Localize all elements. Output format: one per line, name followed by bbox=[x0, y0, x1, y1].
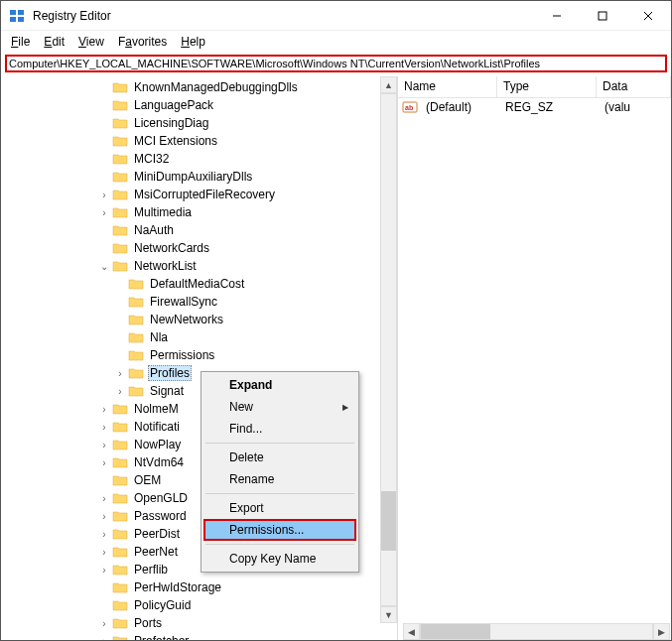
tree-item[interactable]: ›Nla bbox=[1, 328, 397, 346]
tree-item[interactable]: ›KnownManagedDebuggingDlls bbox=[1, 78, 397, 96]
tree-item[interactable]: ›Multimedia bbox=[1, 203, 397, 221]
scroll-down-button[interactable]: ▼ bbox=[380, 606, 397, 623]
tree-item-label: PeerDist bbox=[132, 527, 182, 541]
menu-file[interactable]: File bbox=[5, 33, 36, 51]
context-menu-new[interactable]: New bbox=[203, 396, 356, 418]
column-header-name[interactable]: Name bbox=[398, 76, 497, 97]
tree-item[interactable]: ›LicensingDiag bbox=[1, 114, 397, 132]
svg-rect-0 bbox=[10, 10, 16, 15]
context-menu: ExpandNewFind...DeleteRenameExportPermis… bbox=[201, 371, 359, 573]
chevron-down-icon[interactable]: ⌄ bbox=[96, 261, 112, 272]
tree-item[interactable]: ›NewNetworks bbox=[1, 311, 397, 328]
context-menu-export[interactable]: Export bbox=[203, 497, 356, 519]
tree-item-label: OpenGLD bbox=[132, 491, 190, 505]
folder-icon bbox=[112, 598, 128, 612]
maximize-button[interactable] bbox=[580, 1, 625, 30]
tree-item-label: FirewallSync bbox=[148, 295, 219, 309]
tree-item[interactable]: ⌄NetworkList bbox=[1, 257, 397, 275]
chevron-right-icon[interactable]: › bbox=[96, 547, 112, 558]
tree-item[interactable]: ›FirewallSync bbox=[1, 293, 397, 311]
tree-item[interactable]: ›Ports bbox=[1, 614, 397, 632]
chevron-right-icon[interactable]: › bbox=[96, 207, 112, 218]
svg-text:ab: ab bbox=[405, 104, 413, 111]
chevron-right-icon[interactable]: › bbox=[96, 511, 112, 522]
tree-item[interactable]: ›Permissions bbox=[1, 346, 397, 364]
address-bar[interactable]: Computer\HKEY_LOCAL_MACHINE\SOFTWARE\Mic… bbox=[5, 55, 667, 72]
chevron-right-icon[interactable]: › bbox=[96, 190, 112, 200]
column-header-type[interactable]: Type bbox=[497, 76, 597, 97]
chevron-right-icon[interactable]: › bbox=[96, 440, 112, 450]
tree-item[interactable]: ›MiniDumpAuxiliaryDlls bbox=[1, 168, 397, 186]
column-header-data[interactable]: Data bbox=[597, 76, 671, 97]
svg-rect-1 bbox=[18, 10, 24, 15]
scroll-left-button[interactable]: ◀ bbox=[403, 623, 420, 640]
context-menu-find[interactable]: Find... bbox=[203, 418, 356, 440]
chevron-right-icon[interactable]: › bbox=[112, 368, 128, 379]
values-horizontal-scrollbar[interactable]: ◀ ▶ bbox=[403, 623, 670, 640]
app-icon bbox=[9, 8, 25, 24]
chevron-right-icon[interactable]: › bbox=[112, 386, 128, 397]
scroll-up-button[interactable]: ▲ bbox=[380, 76, 397, 93]
tree-item[interactable]: ›PolicyGuid bbox=[1, 596, 397, 614]
tree-item[interactable]: ›LanguagePack bbox=[1, 96, 397, 114]
context-menu-copy-key-name[interactable]: Copy Key Name bbox=[203, 548, 356, 570]
tree-item-label: OEM bbox=[132, 473, 163, 487]
folder-icon bbox=[128, 366, 144, 380]
tree-item-label: MCI32 bbox=[132, 152, 171, 166]
menu-help[interactable]: Help bbox=[175, 33, 211, 51]
menu-edit[interactable]: Edit bbox=[38, 33, 70, 51]
menu-bar: FileEditViewFavoritesHelp bbox=[1, 31, 671, 53]
tree-item[interactable]: ›DefaultMediaCost bbox=[1, 275, 397, 293]
folder-icon bbox=[112, 634, 128, 640]
folder-icon bbox=[112, 241, 128, 255]
menu-view[interactable]: View bbox=[72, 33, 110, 51]
chevron-right-icon[interactable]: › bbox=[96, 457, 112, 468]
values-pane: Name Type Data ab(Default)REG_SZ(valu bbox=[398, 76, 671, 640]
menu-favorites[interactable]: Favorites bbox=[112, 33, 173, 51]
tree-item-label: NaAuth bbox=[132, 223, 176, 237]
tree-item[interactable]: ›PerHwIdStorage bbox=[1, 578, 397, 596]
tree-item[interactable]: ›MCI32 bbox=[1, 150, 397, 168]
tree-item[interactable]: ›Prefetcher bbox=[1, 632, 397, 640]
scroll-thumb[interactable] bbox=[421, 624, 490, 639]
tree-item-label: NewNetworks bbox=[148, 313, 225, 326]
close-button[interactable] bbox=[625, 1, 671, 30]
chevron-right-icon[interactable]: › bbox=[96, 422, 112, 433]
scroll-thumb[interactable] bbox=[381, 491, 396, 551]
tree-item[interactable]: ›MsiCorruptedFileRecovery bbox=[1, 186, 397, 203]
tree-item-label: Nla bbox=[148, 330, 170, 344]
tree-item[interactable]: ›NaAuth bbox=[1, 221, 397, 239]
folder-icon bbox=[112, 438, 128, 451]
chevron-right-icon[interactable]: › bbox=[96, 404, 112, 415]
minimize-button[interactable] bbox=[534, 1, 580, 30]
scroll-right-button[interactable]: ▶ bbox=[653, 623, 670, 640]
folder-icon bbox=[128, 330, 144, 344]
tree-item-label: MiniDumpAuxiliaryDlls bbox=[132, 170, 254, 184]
tree-item-label: PerHwIdStorage bbox=[132, 580, 223, 594]
tree-item-label: NolmeM bbox=[132, 402, 181, 416]
tree-vertical-scrollbar[interactable]: ▲ ▼ bbox=[380, 76, 397, 623]
folder-icon bbox=[128, 277, 144, 291]
folder-icon bbox=[112, 509, 128, 523]
context-menu-expand[interactable]: Expand bbox=[203, 374, 356, 396]
chevron-right-icon[interactable]: › bbox=[96, 636, 112, 641]
tree-item-label: Notificati bbox=[132, 420, 182, 434]
folder-icon bbox=[112, 259, 128, 273]
folder-icon bbox=[112, 473, 128, 487]
menu-separator bbox=[205, 493, 354, 494]
window-title: Registry Editor bbox=[33, 9, 534, 23]
folder-icon bbox=[128, 313, 144, 326]
context-menu-delete[interactable]: Delete bbox=[203, 447, 356, 468]
context-menu-permissions[interactable]: Permissions... bbox=[203, 519, 356, 541]
chevron-right-icon[interactable]: › bbox=[96, 529, 112, 540]
chevron-right-icon[interactable]: › bbox=[96, 618, 112, 629]
value-row[interactable]: ab(Default)REG_SZ(valu bbox=[398, 98, 671, 116]
tree-item[interactable]: ›NetworkCards bbox=[1, 239, 397, 257]
chevron-right-icon[interactable]: › bbox=[96, 493, 112, 504]
tree-item-label: NetworkList bbox=[132, 259, 199, 273]
tree-item[interactable]: ›MCI Extensions bbox=[1, 132, 397, 150]
context-menu-rename[interactable]: Rename bbox=[203, 468, 356, 490]
chevron-right-icon[interactable]: › bbox=[96, 565, 112, 576]
folder-icon bbox=[112, 563, 128, 577]
tree-item-label: MCI Extensions bbox=[132, 134, 219, 148]
